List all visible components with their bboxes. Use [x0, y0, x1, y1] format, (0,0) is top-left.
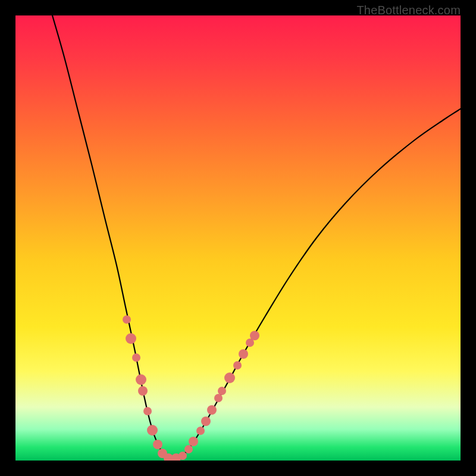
bead-marker — [178, 452, 187, 460]
bead-marker — [250, 331, 259, 340]
gradient-background — [15, 15, 461, 461]
bead-marker — [126, 333, 136, 344]
bead-marker — [218, 387, 226, 395]
bead-marker — [143, 407, 152, 415]
bead-marker — [233, 361, 242, 369]
bead-marker — [201, 416, 211, 426]
bead-marker — [196, 427, 205, 435]
bead-marker — [184, 445, 193, 453]
bead-marker — [207, 405, 217, 415]
bead-marker — [147, 425, 158, 436]
bead-marker — [239, 349, 248, 359]
chart-plot-area — [15, 15, 461, 461]
bead-marker — [132, 353, 140, 362]
bead-marker — [136, 374, 146, 385]
bead-marker — [214, 394, 223, 402]
bead-marker — [138, 386, 148, 396]
bead-marker — [224, 372, 235, 383]
bead-marker — [153, 440, 162, 449]
bead-marker — [189, 437, 198, 446]
bead-marker — [123, 315, 131, 324]
chart-svg — [15, 15, 461, 461]
